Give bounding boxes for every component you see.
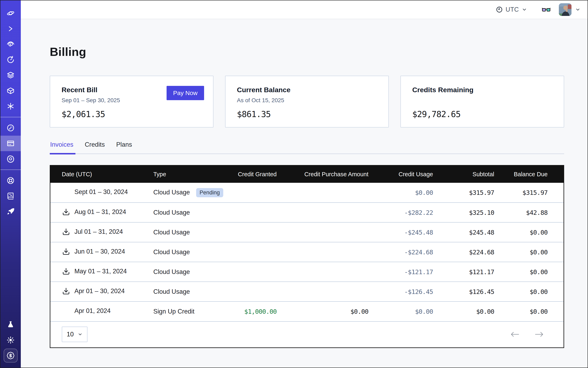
subtotal-value: $224.68 <box>433 242 494 262</box>
layers-icon <box>7 71 15 79</box>
tab-invoices[interactable]: Invoices <box>50 141 74 154</box>
pager-arrows <box>510 331 555 338</box>
column-header-type: Type <box>153 166 229 183</box>
sidebar-item-support[interactable] <box>0 173 21 188</box>
invoice-type: Cloud Usage <box>153 189 190 196</box>
pagination-bar: 10 <box>50 321 563 347</box>
sidebar-spacer <box>0 219 21 317</box>
credit-granted-value <box>229 222 277 242</box>
timer-icon <box>7 56 15 64</box>
sidebar-item-billing[interactable] <box>0 136 21 151</box>
clock-icon <box>496 6 503 13</box>
download-invoice-icon[interactable] <box>62 287 70 295</box>
next-page-icon[interactable] <box>534 331 544 338</box>
sidebar-divider <box>0 117 21 117</box>
card-amount: $29,782.65 <box>412 109 555 119</box>
credit-purchase-value <box>277 262 368 282</box>
gear-icon <box>7 155 15 163</box>
invoice-row[interactable]: Apr 01, 2024 Sign Up Credit $1,000.00 $0… <box>50 302 563 321</box>
tab-credits[interactable]: Credits <box>84 141 105 154</box>
sun-icon <box>7 336 15 344</box>
invoice-date: Aug 01 – 31, 2024 <box>74 208 126 216</box>
balance-due-value: $0.00 <box>494 302 563 321</box>
credit-usage-value: -$121.17 <box>368 262 433 282</box>
vision-spiral-icon <box>7 40 15 48</box>
card-amount: $861.35 <box>237 109 380 119</box>
gauge-dashboard-icon <box>7 124 15 132</box>
credit-purchase-value <box>277 222 368 242</box>
sidebar-item-theme[interactable] <box>0 332 21 348</box>
balance-due-value: $0.00 <box>494 242 563 262</box>
invoice-row[interactable]: Sept 01 – 30, 2024 Cloud Usage Pending $… <box>50 183 563 202</box>
sidebar-item-usage-cost[interactable] <box>4 349 18 362</box>
sidebar-item-expand[interactable] <box>0 21 21 37</box>
column-header-subtotal: Subtotal <box>433 166 494 183</box>
page-size-select[interactable]: 10 <box>62 327 88 342</box>
sidebar-item-packages[interactable] <box>0 83 21 99</box>
sidebar-item-dashboard[interactable] <box>0 120 21 136</box>
sidebar-item-history[interactable] <box>0 52 21 67</box>
billing-tabs: Invoices Credits Plans <box>50 141 564 154</box>
invoice-date: Apr 01 – 30, 2024 <box>74 287 125 295</box>
invoice-row[interactable]: Apr 01 – 30, 2024 Cloud Usage -$126.45 $… <box>50 282 563 302</box>
sidebar-item-logo[interactable] <box>0 6 21 21</box>
planet-logo-icon <box>7 9 15 17</box>
credit-usage-value: $0.00 <box>368 183 433 202</box>
invoice-date: May 01 – 31, 2024 <box>74 268 127 275</box>
credit-purchase-value <box>277 183 368 202</box>
credit-granted-value <box>229 282 277 302</box>
table-header-row: Date (UTC) Type Credit Granted Credit Pu… <box>50 166 563 183</box>
credit-granted-value <box>229 242 277 262</box>
card-title: Current Balance <box>237 86 380 94</box>
subtotal-value: $126.45 <box>433 282 494 302</box>
sidebar-item-functions[interactable] <box>0 99 21 114</box>
credit-purchase-value: $0.00 <box>277 302 368 321</box>
sidebar-divider <box>0 169 21 170</box>
credit-usage-value: -$224.68 <box>368 242 433 262</box>
sidebar <box>0 0 21 368</box>
book-sparkle-icon <box>7 192 15 200</box>
previous-page-icon[interactable] <box>510 331 519 338</box>
subtotal-value: $315.97 <box>433 183 494 202</box>
column-header-date: Date (UTC) <box>50 166 153 183</box>
tab-plans[interactable]: Plans <box>116 141 133 154</box>
credit-granted-value <box>229 202 277 222</box>
balance-due-value: $315.97 <box>494 183 563 202</box>
sidebar-item-docs[interactable] <box>0 188 21 204</box>
download-invoice-icon[interactable] <box>62 228 70 236</box>
sidebar-item-layers[interactable] <box>0 67 21 83</box>
summary-cards: Recent Bill Sep 01 – Sep 30, 2025 $2,061… <box>50 76 564 128</box>
invoice-date: Sept 01 – 30, 2024 <box>74 188 128 196</box>
invoice-date: Jul 01 – 31, 2024 <box>74 228 123 235</box>
card-amount: $2,061.35 <box>62 109 204 119</box>
invoice-type: Cloud Usage <box>153 209 190 216</box>
reader-glasses-icon[interactable] <box>542 5 551 14</box>
invoice-row[interactable]: Aug 01 – 31, 2024 Cloud Usage -$282.22 $… <box>50 202 563 222</box>
main-area: UTC <box>21 0 588 368</box>
credit-purchase-value <box>277 242 368 262</box>
invoice-date: Apr 01, 2024 <box>74 307 111 314</box>
chevron-down-icon <box>78 332 82 337</box>
sidebar-item-labs[interactable] <box>0 317 21 332</box>
chevron-down-icon <box>522 7 527 12</box>
invoice-row[interactable]: Jul 01 – 31, 2024 Cloud Usage -$245.48 $… <box>50 222 563 242</box>
sidebar-item-getting-started[interactable] <box>0 204 21 219</box>
invoice-type: Cloud Usage <box>153 268 190 275</box>
invoice-row[interactable]: May 01 – 31, 2024 Cloud Usage -$121.17 $… <box>50 262 563 282</box>
invoice-row[interactable]: Jun 01 – 30, 2024 Cloud Usage -$224.68 $… <box>50 242 563 262</box>
pay-now-button[interactable]: Pay Now <box>167 86 204 100</box>
chevron-down-icon[interactable] <box>575 7 580 12</box>
flask-icon <box>7 321 15 329</box>
download-invoice-icon[interactable] <box>62 208 70 216</box>
download-invoice-icon[interactable] <box>62 267 70 276</box>
invoices-table: Date (UTC) Type Credit Granted Credit Pu… <box>50 166 563 321</box>
timezone-selector[interactable]: UTC <box>496 6 527 13</box>
download-invoice-icon[interactable] <box>62 247 70 256</box>
sidebar-item-vision[interactable] <box>0 37 21 52</box>
user-avatar[interactable] <box>559 3 571 16</box>
invoice-type: Sign Up Credit <box>153 308 195 315</box>
page-title: Billing <box>50 45 564 59</box>
invoice-type: Cloud Usage <box>153 248 190 256</box>
sidebar-item-settings[interactable] <box>0 151 21 167</box>
card-credits-remaining: Credits Remaining $29,782.65 <box>400 76 564 128</box>
